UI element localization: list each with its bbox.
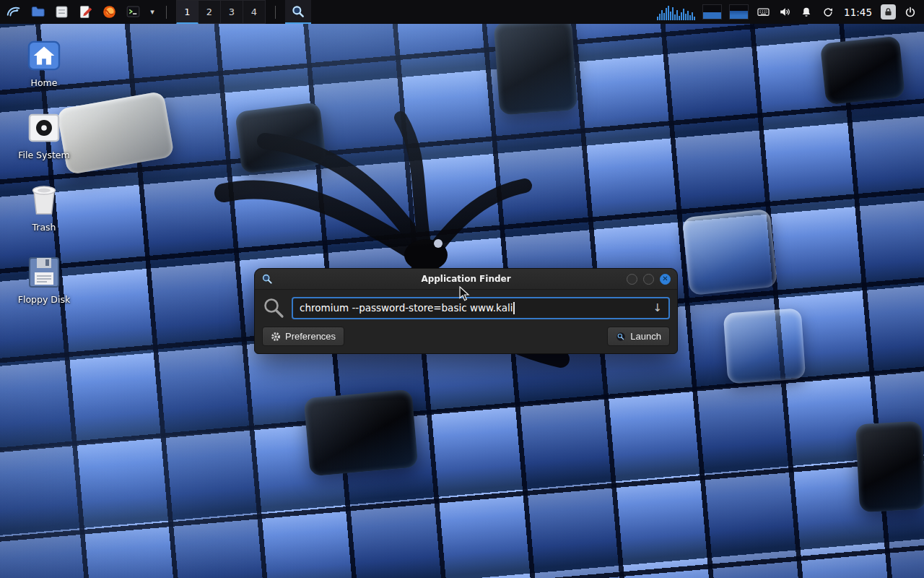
panel-right-group: 11:45 xyxy=(652,0,924,24)
folder-icon xyxy=(30,4,45,20)
minimize-button[interactable] xyxy=(627,274,637,285)
preferences-button-label: Preferences xyxy=(285,331,336,342)
file-cabinet-icon xyxy=(54,4,69,20)
desktop-icon-column: Home File System Trash xyxy=(10,38,78,327)
system-load-graph xyxy=(702,4,722,20)
desktop-icon-label: Trash xyxy=(32,222,56,233)
terminal-icon xyxy=(126,4,141,20)
lock-screen-button[interactable] xyxy=(881,4,896,20)
kali-logo-icon xyxy=(6,4,22,20)
preferences-button[interactable]: Preferences xyxy=(262,327,344,346)
files-launcher[interactable] xyxy=(53,4,70,21)
trash-icon xyxy=(30,182,58,218)
panel-separator xyxy=(275,6,276,19)
application-finder-window: Application Finder ✕ chromium --password… xyxy=(254,268,678,354)
desktop-icon-label: Floppy Disk xyxy=(18,294,70,305)
launch-icon xyxy=(616,332,626,342)
wallpaper-cube xyxy=(304,389,419,477)
firefox-icon xyxy=(102,4,117,20)
desktop-icon-floppy-disk[interactable]: Floppy Disk xyxy=(10,254,78,305)
mouse-cursor xyxy=(459,286,471,302)
keyboard-icon xyxy=(757,5,770,19)
wallpaper-cube xyxy=(235,102,327,174)
power-icon xyxy=(904,6,917,19)
combo-dropdown-icon[interactable]: ↓ xyxy=(647,301,662,314)
desktop-icon-home[interactable]: Home xyxy=(10,38,78,88)
close-button[interactable]: ✕ xyxy=(660,274,671,285)
top-panel: ▾ 1 2 3 4 xyxy=(0,0,924,24)
taskbar-application-finder-button[interactable] xyxy=(285,0,311,24)
panel-separator xyxy=(166,6,167,19)
wallpaper-cube xyxy=(855,421,924,513)
wallpaper-cube xyxy=(820,35,905,105)
desktop-icon-file-system[interactable]: File System xyxy=(10,110,78,160)
bell-icon xyxy=(800,6,813,19)
wallpaper-cube xyxy=(723,308,806,384)
workspace-switcher: 1 2 3 4 xyxy=(176,0,266,24)
gear-icon xyxy=(271,332,281,342)
desktop-icon-label: Home xyxy=(31,77,58,88)
keyboard-indicator[interactable] xyxy=(756,5,770,20)
window-title: Application Finder xyxy=(255,274,677,284)
network-graph xyxy=(729,4,749,20)
window-controls: ✕ xyxy=(627,274,671,285)
workspace-button-1[interactable]: 1 xyxy=(176,0,199,24)
panel-clock[interactable]: 11:45 xyxy=(842,7,873,18)
notifications-button[interactable] xyxy=(799,5,814,20)
terminal-launcher[interactable] xyxy=(124,4,141,21)
wallpaper-cube xyxy=(682,209,778,296)
application-finder-icon xyxy=(291,4,305,19)
workspace-button-2[interactable]: 2 xyxy=(199,0,221,24)
window-titlebar-app-icon xyxy=(261,273,273,285)
launch-button-label: Launch xyxy=(630,331,661,342)
text-editor-launcher[interactable] xyxy=(77,4,94,21)
speaker-icon xyxy=(778,5,792,19)
desktop-icon-label: File System xyxy=(18,150,70,160)
floppy-disk-icon xyxy=(28,254,60,290)
home-folder-icon xyxy=(27,38,61,74)
finder-search-input[interactable]: chromium --password-store=basic www.kali… xyxy=(292,297,670,319)
audio-spectrum-monitor xyxy=(657,4,695,20)
maximize-button[interactable] xyxy=(643,274,654,285)
text-editor-icon xyxy=(78,4,93,20)
kali-menu-button[interactable] xyxy=(5,4,22,21)
button-row: Preferences Launch xyxy=(262,327,670,346)
lock-icon xyxy=(883,7,894,17)
refresh-circle-icon xyxy=(821,6,834,19)
close-icon: ✕ xyxy=(662,275,668,282)
desktop-icon-trash[interactable]: Trash xyxy=(10,182,78,233)
launch-button[interactable]: Launch xyxy=(607,327,670,346)
finder-search-text: chromium --password-store=basic www.kali xyxy=(300,302,513,314)
workspace-button-3[interactable]: 3 xyxy=(221,0,243,24)
volume-control[interactable] xyxy=(777,5,792,20)
file-manager-launcher[interactable] xyxy=(29,4,46,21)
text-caret xyxy=(513,302,515,314)
updates-indicator[interactable] xyxy=(821,5,835,20)
wallpaper-cube xyxy=(494,17,578,115)
search-icon xyxy=(262,296,285,319)
terminal-dropdown-chevron[interactable]: ▾ xyxy=(148,7,157,17)
log-out-button[interactable] xyxy=(903,5,918,20)
firefox-launcher[interactable] xyxy=(100,4,118,21)
panel-left-group: ▾ 1 2 3 4 xyxy=(0,0,316,24)
drive-icon xyxy=(27,110,61,146)
workspace-button-4[interactable]: 4 xyxy=(243,0,266,24)
